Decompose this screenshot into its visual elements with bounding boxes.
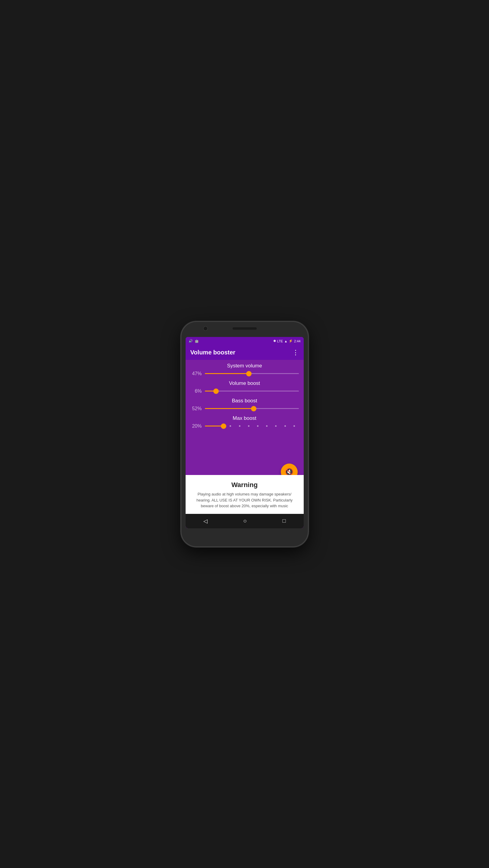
system-volume-section: System volume 47% (190, 363, 299, 377)
volume-boost-thumb[interactable] (213, 389, 219, 394)
overflow-menu-button[interactable]: ⋮ (292, 349, 299, 356)
bass-boost-track (205, 408, 299, 409)
max-boost-section: Max boost 20% (190, 415, 299, 429)
system-volume-track (205, 373, 299, 374)
signal-icon: ▲ (284, 339, 287, 343)
main-content: System volume 47% Volume boost 6% (186, 360, 304, 475)
max-boost-thumb[interactable] (221, 424, 226, 429)
volume-boost-value: 6% (190, 389, 202, 394)
bass-boost-fill (205, 408, 254, 409)
status-left-icons: 🔊 🤖 (189, 339, 199, 343)
system-volume-slider[interactable] (205, 371, 299, 377)
app-bar: Volume booster ⋮ (186, 345, 304, 360)
bass-boost-slider[interactable] (205, 406, 299, 412)
bass-boost-section: Bass boost 52% (190, 398, 299, 412)
camera (203, 326, 208, 331)
volume-boost-track (205, 391, 299, 392)
warning-title: Warning (190, 481, 299, 489)
bottom-navigation (186, 514, 304, 528)
max-boost-slider[interactable] (205, 423, 299, 429)
max-boost-value: 20% (190, 424, 202, 429)
back-nav-button[interactable] (199, 516, 213, 527)
app-title: Volume booster (190, 349, 236, 356)
max-boost-row: 20% (190, 423, 299, 429)
status-right-icons: ✱ LTE ▲ ⚡ 2:44 (273, 339, 301, 343)
mute-icon: 🔇 (285, 468, 293, 475)
system-volume-thumb[interactable] (246, 371, 252, 376)
lte-icon: LTE (277, 339, 283, 343)
bass-boost-row: 52% (190, 406, 299, 412)
status-bar: 🔊 🤖 ✱ LTE ▲ ⚡ 2:44 (186, 337, 304, 345)
max-boost-label: Max boost (190, 415, 299, 421)
android-status-icon: 🤖 (195, 339, 199, 343)
bass-boost-thumb[interactable] (251, 406, 256, 411)
mute-fab-button[interactable]: 🔇 (281, 464, 298, 475)
home-nav-button[interactable] (238, 515, 252, 527)
system-volume-label: System volume (190, 363, 299, 369)
warning-section: Warning Playing audio at high volumes ma… (186, 475, 304, 514)
volume-boost-section: Volume boost 6% (190, 380, 299, 394)
system-volume-fill (205, 373, 249, 374)
system-volume-value: 47% (190, 371, 202, 376)
bass-boost-label: Bass boost (190, 398, 299, 404)
volume-boost-slider[interactable] (205, 388, 299, 394)
battery-icon: ⚡ (289, 339, 293, 343)
warning-text: Playing audio at high volumes may damage… (190, 491, 299, 509)
volume-status-icon: 🔊 (189, 339, 193, 343)
phone-frame: 🔊 🤖 ✱ LTE ▲ ⚡ 2:44 Volume booster ⋮ Syst… (182, 322, 308, 547)
phone-screen: 🔊 🤖 ✱ LTE ▲ ⚡ 2:44 Volume booster ⋮ Syst… (186, 337, 304, 528)
time-display: 2:44 (294, 339, 300, 343)
bass-boost-value: 52% (190, 406, 202, 411)
recents-nav-button[interactable] (278, 516, 290, 527)
volume-boost-row: 6% (190, 388, 299, 394)
volume-boost-label: Volume boost (190, 380, 299, 386)
system-volume-row: 47% (190, 371, 299, 377)
bluetooth-icon: ✱ (273, 339, 276, 343)
